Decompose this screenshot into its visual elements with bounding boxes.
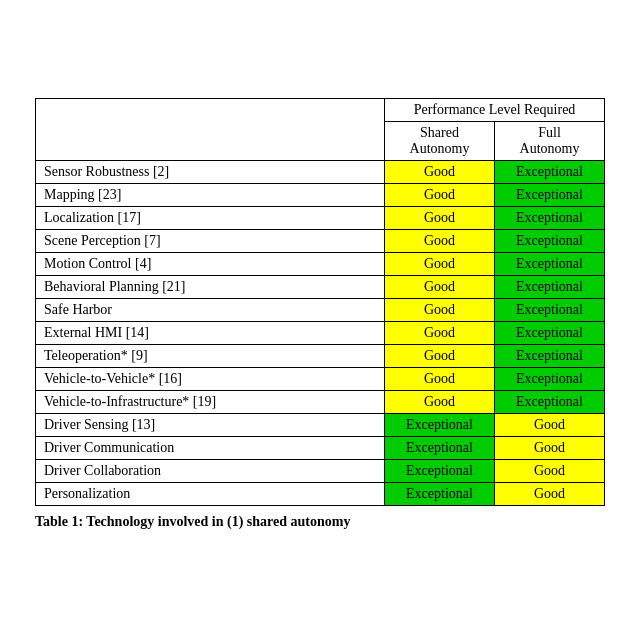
table-row: Sensor Robustness [2]GoodExceptional [36,160,605,183]
full-value: Exceptional [495,390,605,413]
shared-value: Good [385,183,495,206]
row-label: Personalization [36,482,385,505]
full-value: Good [495,482,605,505]
table-row: Localization [17]GoodExceptional [36,206,605,229]
table-row: External HMI [14]GoodExceptional [36,321,605,344]
shared-value: Good [385,160,495,183]
full-value: Exceptional [495,321,605,344]
table-row: Scene Perception [7]GoodExceptional [36,229,605,252]
row-label: Motion Control [4] [36,252,385,275]
shared-value: Good [385,275,495,298]
full-value: Exceptional [495,183,605,206]
performance-table: Performance Level Required Shared Autono… [35,98,605,506]
shared-value: Good [385,321,495,344]
shared-value: Exceptional [385,413,495,436]
row-label: Scene Perception [7] [36,229,385,252]
full-value: Exceptional [495,275,605,298]
shared-value: Exceptional [385,436,495,459]
row-label: Localization [17] [36,206,385,229]
full-value: Exceptional [495,298,605,321]
table-row: Vehicle-to-Infrastructure* [19]GoodExcep… [36,390,605,413]
full-value: Exceptional [495,252,605,275]
table-row: PersonalizationExceptionalGood [36,482,605,505]
row-label: Teleoperation* [9] [36,344,385,367]
row-label: Driver Communication [36,436,385,459]
table-row: Mapping [23]GoodExceptional [36,183,605,206]
shared-value: Good [385,206,495,229]
shared-value: Good [385,252,495,275]
row-label: Driver Collaboration [36,459,385,482]
row-label: Safe Harbor [36,298,385,321]
empty-header [36,98,385,160]
table-row: Driver Sensing [13]ExceptionalGood [36,413,605,436]
full-value: Exceptional [495,367,605,390]
shared-value: Good [385,229,495,252]
full-value: Exceptional [495,229,605,252]
shared-value: Good [385,367,495,390]
full-value: Exceptional [495,344,605,367]
table-row: Motion Control [4]GoodExceptional [36,252,605,275]
table-row: Teleoperation* [9]GoodExceptional [36,344,605,367]
table-container: Performance Level Required Shared Autono… [20,98,620,530]
performance-level-header: Performance Level Required [385,98,605,121]
full-value: Exceptional [495,206,605,229]
full-value: Good [495,436,605,459]
shared-value: Exceptional [385,482,495,505]
shared-value: Good [385,390,495,413]
row-label: Driver Sensing [13] [36,413,385,436]
table-row: Behavioral Planning [21]GoodExceptional [36,275,605,298]
shared-value: Exceptional [385,459,495,482]
shared-value: Good [385,298,495,321]
table-row: Safe HarborGoodExceptional [36,298,605,321]
shared-value: Good [385,344,495,367]
table-row: Driver CommunicationExceptionalGood [36,436,605,459]
table-row: Vehicle-to-Vehicle* [16]GoodExceptional [36,367,605,390]
table-caption: Table 1: Technology involved in (1) shar… [35,514,605,530]
row-label: Mapping [23] [36,183,385,206]
full-autonomy-header: Full Autonomy [495,121,605,160]
table-row: Driver CollaborationExceptionalGood [36,459,605,482]
row-label: Behavioral Planning [21] [36,275,385,298]
row-label: Vehicle-to-Infrastructure* [19] [36,390,385,413]
row-label: External HMI [14] [36,321,385,344]
full-value: Good [495,459,605,482]
row-label: Sensor Robustness [2] [36,160,385,183]
row-label: Vehicle-to-Vehicle* [16] [36,367,385,390]
full-value: Exceptional [495,160,605,183]
full-value: Good [495,413,605,436]
shared-autonomy-header: Shared Autonomy [385,121,495,160]
